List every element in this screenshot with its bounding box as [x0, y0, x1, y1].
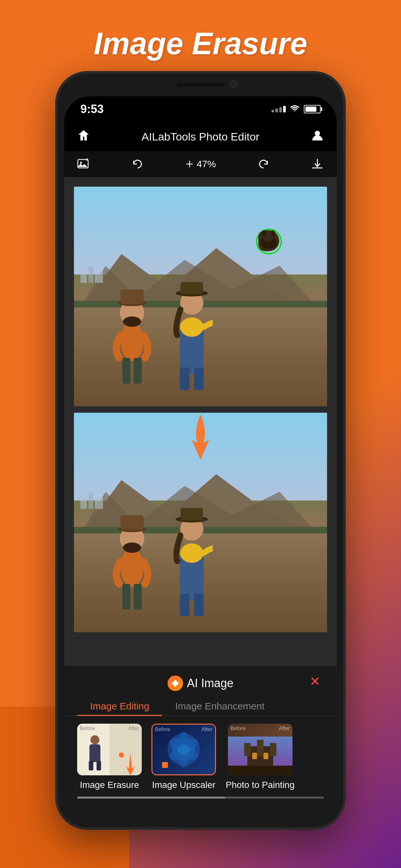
panel-tabs: Image Editing Image Enhancement — [64, 698, 337, 716]
phone-screen: 9:53 — [64, 96, 337, 808]
svg-rect-50 — [89, 744, 100, 762]
redo-button[interactable] — [257, 158, 270, 170]
toolbar: 47% — [64, 151, 337, 177]
svg-point-0 — [315, 131, 320, 136]
phone-frame: 9:53 — [55, 71, 346, 830]
svg-point-11 — [121, 322, 143, 361]
svg-rect-34 — [95, 498, 103, 509]
svg-rect-46 — [181, 508, 203, 520]
app-header-title: AILabTools Photo Editor — [142, 130, 259, 143]
svg-rect-8 — [81, 270, 87, 283]
svg-rect-16 — [122, 358, 130, 383]
tool-name-painting: Photo to Painting — [226, 780, 295, 790]
battery-icon — [304, 105, 320, 113]
svg-rect-33 — [89, 493, 93, 509]
page-title: Image Erasure — [0, 26, 401, 61]
svg-point-28 — [271, 230, 275, 237]
tool-thumb-painting: Before After — [228, 724, 292, 775]
svg-point-15 — [123, 316, 141, 327]
svg-rect-38 — [120, 516, 144, 530]
wifi-icon — [289, 104, 300, 114]
svg-rect-47 — [180, 593, 189, 616]
svg-rect-24 — [194, 368, 204, 390]
tool-thumb-erasure: Before After — [77, 724, 142, 775]
arrow-indicator — [188, 413, 213, 466]
svg-rect-10 — [95, 272, 103, 283]
svg-rect-51 — [89, 761, 93, 771]
phone-speaker — [176, 83, 225, 87]
svg-rect-9 — [89, 267, 93, 283]
tab-image-enhancement[interactable]: Image Enhancement — [162, 698, 277, 716]
svg-rect-23 — [180, 368, 189, 390]
svg-point-60 — [179, 732, 189, 745]
status-time: 9:53 — [81, 102, 104, 116]
dog-shape — [258, 230, 279, 251]
svg-rect-64 — [244, 743, 251, 756]
canvas-area[interactable] — [64, 177, 337, 669]
tool-thumb-upscaler: Before After — [151, 724, 216, 775]
zoom-control[interactable]: 47% — [185, 159, 216, 169]
ai-panel-title: AI Image — [167, 676, 234, 691]
svg-rect-52 — [96, 761, 101, 771]
status-icons — [272, 104, 320, 114]
svg-point-39 — [123, 542, 141, 553]
app-header: AILabTools Photo Editor — [64, 122, 337, 151]
svg-point-27 — [262, 230, 266, 237]
svg-rect-17 — [134, 358, 142, 383]
svg-rect-67 — [252, 753, 257, 759]
undo-button[interactable] — [131, 158, 144, 170]
svg-rect-40 — [122, 584, 130, 610]
svg-rect-32 — [81, 496, 87, 509]
tool-card-painting[interactable]: Before After Photo to Painting — [226, 724, 295, 790]
tool-cards: Before After — [64, 724, 337, 790]
tool-card-upscaler[interactable]: Before After Image Upscaler — [151, 724, 216, 790]
ai-panel: AI Image ✕ Image Editing Image Enhanceme… — [64, 666, 337, 808]
person-man — [113, 283, 151, 393]
photo-before — [74, 187, 327, 406]
svg-rect-69 — [228, 766, 292, 775]
person-man-after — [113, 509, 151, 619]
scroll-indicator — [77, 797, 324, 799]
zoom-value: 47% — [197, 159, 216, 169]
close-button[interactable]: ✕ — [310, 674, 320, 689]
signal-icon — [272, 106, 286, 113]
svg-rect-65 — [270, 743, 276, 756]
user-icon[interactable] — [311, 129, 324, 145]
person-woman-after — [171, 503, 213, 619]
svg-rect-66 — [257, 740, 264, 756]
ai-panel-header: AI Image ✕ — [64, 666, 337, 698]
svg-point-49 — [90, 735, 99, 744]
tool-card-erasure[interactable]: Before After — [77, 724, 142, 790]
home-icon[interactable] — [77, 129, 90, 145]
svg-point-43 — [180, 544, 204, 563]
download-button[interactable] — [311, 158, 324, 170]
tab-image-editing[interactable]: Image Editing — [77, 698, 162, 716]
svg-point-19 — [180, 317, 204, 337]
tool-name-erasure: Image Erasure — [80, 780, 139, 790]
svg-rect-14 — [120, 289, 144, 304]
person-woman — [171, 277, 213, 393]
svg-point-61 — [179, 754, 189, 767]
svg-rect-48 — [194, 593, 204, 616]
svg-point-2 — [80, 162, 82, 164]
svg-rect-41 — [134, 584, 142, 610]
add-image-button[interactable] — [77, 158, 90, 170]
tool-name-upscaler: Image Upscaler — [152, 780, 215, 790]
svg-point-35 — [121, 548, 143, 587]
status-bar: 9:53 — [64, 96, 337, 122]
ai-icon — [167, 676, 183, 691]
svg-rect-68 — [264, 753, 268, 759]
phone-camera — [229, 80, 237, 88]
svg-rect-22 — [181, 282, 203, 294]
